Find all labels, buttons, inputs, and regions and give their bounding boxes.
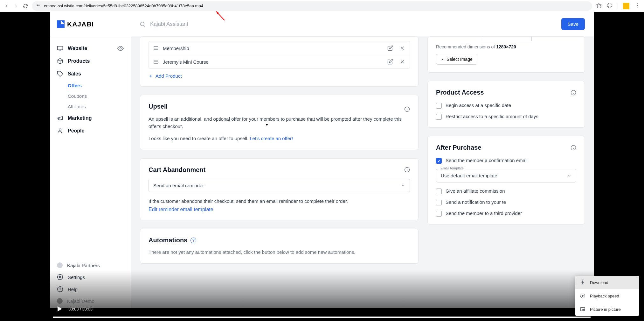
checkbox[interactable] [436, 189, 442, 194]
nav-forward-icon[interactable] [13, 4, 18, 9]
email-template-select[interactable]: Use default email template [436, 169, 576, 182]
video-controls: 30:03 / 30:03 [50, 270, 594, 321]
cart-select[interactable]: Send an email reminder [149, 179, 410, 192]
info-icon[interactable] [404, 106, 410, 112]
svg-marker-32 [442, 59, 443, 60]
monitor-icon [57, 45, 63, 52]
reload-icon[interactable] [23, 4, 28, 9]
chevron-down-icon [567, 174, 571, 178]
info-icon[interactable] [571, 90, 576, 96]
check-restrict-access[interactable]: Restrict access to a specific amount of … [436, 114, 576, 120]
add-product-button[interactable]: Add Product [149, 73, 410, 79]
create-offer-link[interactable]: Let's create an offer! [250, 136, 293, 141]
check-affiliate[interactable]: Give an affiliate commission [436, 188, 576, 194]
upsell-card: Upsell An upsell is an additional, and o… [140, 95, 419, 150]
svg-marker-2 [597, 3, 601, 7]
close-icon[interactable] [399, 59, 405, 65]
checkbox[interactable] [436, 114, 442, 120]
sidebar-sub-offers[interactable]: Offers [68, 80, 131, 91]
sidebar-item-products[interactable]: Products [50, 55, 131, 68]
product-row: Membership [149, 41, 410, 55]
search-input[interactable]: Kajabi Assistant [131, 21, 561, 27]
sidebar-item-marketing[interactable]: Marketing [50, 112, 131, 125]
main-content: Membership Jeremy's Mini Course [131, 36, 594, 308]
upsell-title: Upsell [149, 103, 168, 110]
chevron-down-icon [401, 183, 405, 188]
sidebar-sub-coupons[interactable]: Coupons [68, 91, 131, 101]
close-icon[interactable] [399, 45, 405, 51]
caret-down-icon [441, 58, 444, 61]
cart-desc: If the customer abandons their checkout,… [149, 197, 410, 205]
video-time: 30:03 / 30:03 [68, 307, 93, 311]
check-confirm-email[interactable]: Send the member a confirmation email [436, 158, 576, 164]
drag-handle-icon[interactable] [153, 46, 158, 50]
app-window: KAJABI Kajabi Assistant Save Website Pro… [50, 12, 594, 308]
video-progress-bar[interactable] [53, 317, 591, 318]
logo-mark-icon [57, 20, 65, 28]
svg-marker-42 [582, 295, 584, 297]
tag-icon [57, 71, 63, 77]
chrome-menu-icon[interactable] [634, 3, 640, 10]
speed-icon [580, 293, 585, 299]
svg-point-8 [140, 22, 144, 26]
site-info-icon[interactable] [36, 4, 41, 9]
edit-icon[interactable] [387, 45, 393, 51]
email-template-label: Email template [439, 166, 465, 170]
svg-point-0 [37, 5, 38, 6]
search-icon [139, 21, 146, 27]
eye-icon[interactable] [117, 45, 124, 52]
cart-title: Cart Abandonment [149, 166, 205, 174]
check-third-party[interactable]: Send the member to a third provider [436, 210, 576, 217]
check-begin-access[interactable]: Begin access at a specific date [436, 103, 576, 109]
after-title: After Purchase [436, 144, 481, 151]
sidebar-item-people[interactable]: People [50, 125, 131, 137]
sidebar-partners[interactable]: Kajabi Partners [57, 262, 124, 268]
profile-avatar[interactable] [623, 3, 629, 9]
download-icon [580, 280, 585, 285]
save-button[interactable]: Save [561, 18, 585, 30]
edit-icon[interactable] [387, 59, 393, 65]
logo[interactable]: KAJABI [50, 20, 131, 28]
select-image-button[interactable]: Select Image [436, 54, 477, 65]
video-context-menu: Download Playback speed Picture in pictu… [575, 276, 639, 316]
edit-reminder-link[interactable]: Edit reminder email template [149, 207, 213, 212]
sidebar-item-website[interactable]: Website [50, 42, 131, 55]
info-icon[interactable] [571, 145, 576, 151]
automations-desc: There are not yet any automations attach… [149, 248, 410, 256]
menu-pip[interactable]: Picture in picture [575, 303, 639, 316]
svg-point-1 [38, 5, 39, 6]
menu-download[interactable]: Download [575, 276, 639, 289]
browser-chrome: embed-ssl.wistia.com/deliveries/5e55d81b… [0, 0, 644, 12]
image-placeholder [481, 37, 532, 41]
play-icon[interactable] [56, 305, 63, 313]
help-circle-icon[interactable]: ? [190, 238, 196, 243]
svg-point-4 [637, 5, 638, 5]
svg-rect-44 [583, 309, 584, 310]
checkbox[interactable] [436, 211, 442, 217]
pip-icon [580, 306, 585, 312]
url-bar[interactable]: embed-ssl.wistia.com/deliveries/5e55d81b… [32, 1, 592, 11]
sidebar: Website Products Sales Offers Coupons Af… [50, 36, 131, 308]
nav-back-icon[interactable] [4, 4, 9, 9]
search-placeholder: Kajabi Assistant [150, 21, 188, 27]
after-purchase-card: After Purchase Send the member a confirm… [427, 136, 585, 225]
access-title: Product Access [436, 89, 484, 96]
drag-handle-icon[interactable] [153, 60, 158, 64]
info-icon[interactable] [404, 167, 410, 173]
bookmark-star-icon[interactable] [596, 3, 602, 10]
upsell-desc: An upsell is an additional, and optional… [149, 115, 410, 130]
sidebar-item-sales[interactable]: Sales [50, 68, 131, 80]
svg-point-13 [120, 48, 121, 49]
menu-playback-speed[interactable]: Playback speed [575, 289, 639, 303]
app-header: KAJABI Kajabi Assistant Save [50, 12, 594, 36]
checkbox-checked[interactable] [436, 158, 442, 164]
megaphone-icon [57, 115, 63, 121]
svg-point-5 [637, 7, 638, 7]
extensions-icon[interactable] [607, 3, 613, 10]
check-notify-team[interactable]: Send a notification to your te [436, 199, 576, 205]
checkbox[interactable] [436, 103, 442, 109]
checkbox[interactable] [436, 200, 442, 205]
svg-point-16 [59, 129, 61, 131]
sidebar-sub-affiliates[interactable]: Affiliates [68, 101, 131, 112]
products-card: Membership Jeremy's Mini Course [140, 36, 419, 87]
